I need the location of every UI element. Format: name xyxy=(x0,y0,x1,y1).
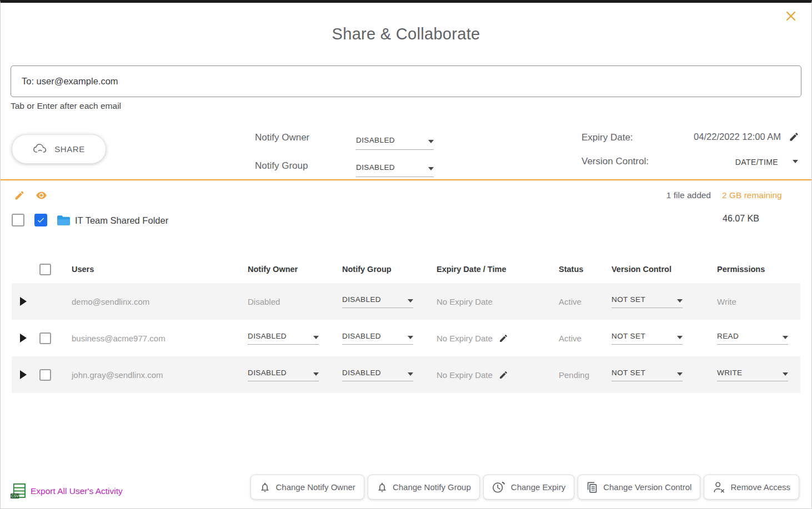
accent-divider xyxy=(1,179,811,180)
chevron-down-icon xyxy=(408,336,413,339)
version-control-select[interactable]: DATE/TIME xyxy=(735,158,798,167)
header-permissions: Permissions xyxy=(717,265,800,274)
header-users: Users xyxy=(67,265,248,274)
chevron-down-icon xyxy=(677,299,683,303)
change-version-control-button[interactable]: Change Version Control xyxy=(578,475,700,500)
version-control-select[interactable]: NOT SET xyxy=(611,369,683,381)
chevron-down-icon xyxy=(677,336,683,339)
user-email: business@acme977.com xyxy=(67,334,248,343)
bell-icon xyxy=(377,481,388,493)
check-icon xyxy=(37,216,45,224)
share-settings-bar: SHARE Notify Owner DISABLED Notify Group… xyxy=(1,128,811,179)
share-button[interactable]: SHARE xyxy=(12,134,106,164)
edit-expiry-icon[interactable] xyxy=(499,334,508,343)
bulk-actions-bar: Change Notify Owner Change Notify Group … xyxy=(250,475,799,500)
users-table: Users Notify Owner Notify Group Expiry D… xyxy=(12,255,800,393)
table-row: demo@sendlinx.com Disabled DISABLED No E… xyxy=(12,283,800,320)
change-notify-group-button[interactable]: Change Notify Group xyxy=(368,475,480,500)
table-row: business@acme977.com DISABLED DISABLED N… xyxy=(12,320,800,356)
folder-icon xyxy=(57,215,71,229)
folder-size: 46.07 KB xyxy=(723,214,759,224)
share-cloud-icon xyxy=(33,144,48,154)
expand-row-icon[interactable] xyxy=(20,334,27,342)
notify-group-value: DISABLED xyxy=(342,295,381,304)
page-title: Share & Collaborate xyxy=(1,25,811,43)
preview-eye-icon[interactable] xyxy=(35,190,48,203)
close-icon[interactable] xyxy=(785,10,797,22)
version-control-label: Version Control: xyxy=(582,156,649,167)
version-control-value: NOT SET xyxy=(611,369,645,377)
notify-group-select[interactable]: DISABLED xyxy=(356,163,434,177)
notify-owner-value: DISABLED xyxy=(248,369,287,377)
header-notify-owner: Notify Owner xyxy=(248,265,342,274)
notify-owner-text: Disabled xyxy=(248,297,342,306)
permissions-value: READ xyxy=(717,332,739,340)
recipients-input-value: To: user@example.com xyxy=(22,76,118,87)
csv-badge-label: CSV xyxy=(11,494,19,498)
chevron-down-icon xyxy=(313,336,319,339)
export-activity-link[interactable]: CSV Export All User's Activity xyxy=(11,483,123,499)
status-text: Active xyxy=(559,334,611,343)
version-control-select[interactable]: NOT SET xyxy=(611,295,683,308)
change-notify-owner-label: Change Notify Owner xyxy=(275,482,355,492)
chevron-down-icon xyxy=(783,372,788,376)
recipients-input[interactable]: To: user@example.com xyxy=(11,65,801,97)
version-control-select[interactable]: NOT SET xyxy=(611,332,683,345)
remove-access-label: Remove Access xyxy=(730,482,790,492)
notify-owner-select[interactable]: DISABLED xyxy=(356,136,434,150)
change-expiry-button[interactable]: Change Expiry xyxy=(483,475,574,500)
bell-icon xyxy=(259,481,270,493)
chevron-down-icon xyxy=(428,167,434,170)
version-control-value: NOT SET xyxy=(611,295,645,304)
expiry-date-value: 04/22/2022 12:00 AM xyxy=(694,132,781,142)
share-button-label: SHARE xyxy=(54,144,85,154)
notify-owner-select[interactable]: DISABLED xyxy=(248,369,319,381)
user-email: john.gray@sendlinx.com xyxy=(67,370,248,380)
chevron-down-icon xyxy=(428,140,434,143)
table-row: john.gray@sendlinx.com DISABLED DISABLED… xyxy=(12,356,800,393)
notify-owner-select[interactable]: DISABLED xyxy=(248,332,319,345)
row-checkbox[interactable] xyxy=(39,332,51,344)
remove-user-icon xyxy=(713,481,725,493)
share-collaborate-modal: Share & Collaborate To: user@example.com… xyxy=(0,0,812,509)
remove-access-button[interactable]: Remove Access xyxy=(704,475,799,500)
expand-row-icon[interactable] xyxy=(20,297,27,306)
notify-group-select[interactable]: DISABLED xyxy=(342,332,413,345)
folder-select-all-checkbox[interactable] xyxy=(12,214,24,226)
header-status: Status xyxy=(559,265,611,274)
version-control-value: NOT SET xyxy=(611,332,645,340)
notify-group-value: DISABLED xyxy=(342,369,381,377)
select-all-users-checkbox[interactable] xyxy=(39,264,51,275)
files-added-count: 1 file added xyxy=(666,190,711,200)
table-header-row: Users Notify Owner Notify Group Expiry D… xyxy=(12,255,800,283)
notify-group-select[interactable]: DISABLED xyxy=(342,369,413,381)
notify-owner-value: DISABLED xyxy=(248,332,287,340)
edit-icon[interactable] xyxy=(14,190,25,203)
row-checkbox[interactable] xyxy=(39,369,51,381)
edit-expiry-icon[interactable] xyxy=(499,370,508,380)
notify-owner-label: Notify Owner xyxy=(255,132,309,143)
permissions-select[interactable]: WRITE xyxy=(717,369,788,381)
status-text: Active xyxy=(559,297,611,306)
permissions-select[interactable]: READ xyxy=(717,332,788,345)
email-helper-text: Tab or Enter after each email xyxy=(11,101,121,111)
chevron-down-icon xyxy=(313,372,319,376)
edit-expiry-date-icon[interactable] xyxy=(789,132,799,142)
expiry-text: No Expiry Date xyxy=(437,297,493,306)
expiry-text: No Expiry Date xyxy=(437,370,493,380)
notify-group-label: Notify Group xyxy=(255,160,308,172)
change-notify-owner-button[interactable]: Change Notify Owner xyxy=(250,475,364,500)
notify-group-select[interactable]: DISABLED xyxy=(342,295,413,308)
chevron-down-icon xyxy=(783,336,788,339)
header-notify-group: Notify Group xyxy=(342,265,437,274)
notify-owner-value: DISABLED xyxy=(356,136,395,144)
header-version-control: Version Control xyxy=(611,265,717,274)
change-notify-group-label: Change Notify Group xyxy=(393,482,471,492)
expiry-text: No Expiry Date xyxy=(437,334,493,343)
folder-checkbox[interactable] xyxy=(34,214,47,226)
notify-group-value: DISABLED xyxy=(342,332,381,340)
chevron-down-icon xyxy=(408,372,413,376)
clock-alarm-icon xyxy=(492,481,506,493)
expand-row-icon[interactable] xyxy=(20,370,27,379)
csv-file-icon: CSV xyxy=(11,483,26,499)
